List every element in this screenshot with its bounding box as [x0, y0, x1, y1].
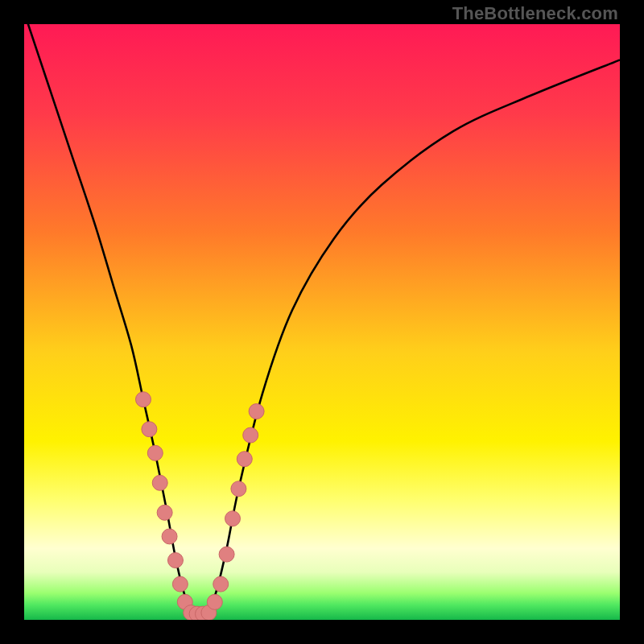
plot-area: [24, 24, 620, 620]
curve-marker: [157, 505, 172, 520]
curve-marker: [136, 392, 151, 407]
curve-markers: [136, 392, 265, 620]
chart-frame: TheBottleneck.com: [0, 0, 644, 644]
watermark-text: TheBottleneck.com: [452, 3, 618, 24]
curve-marker: [152, 475, 167, 490]
curve-marker: [142, 422, 157, 437]
curve-marker: [237, 452, 252, 467]
curve-marker: [225, 511, 241, 526]
bottleneck-curve: [24, 24, 620, 616]
curve-marker: [213, 576, 229, 592]
curve-marker: [172, 576, 188, 592]
curve-marker: [207, 594, 222, 609]
curve-marker: [162, 529, 177, 544]
curve-marker: [249, 404, 264, 419]
curve-marker: [219, 547, 234, 562]
curve-marker: [167, 553, 183, 568]
curve-marker: [243, 427, 258, 443]
chart-curve-layer: [24, 24, 620, 620]
curve-marker: [147, 445, 163, 460]
curve-marker: [231, 481, 246, 497]
